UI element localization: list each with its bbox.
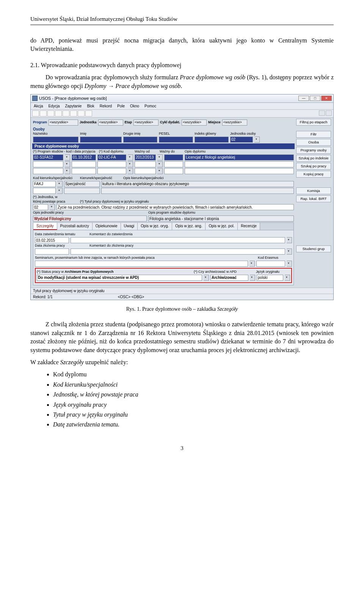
tab-opis-oryg[interactable]: Opis w jęz. oryg. [138, 223, 172, 230]
indeks-field[interactable] [195, 137, 229, 143]
picker-icon[interactable] [128, 168, 133, 174]
etap-field[interactable]: <wszystkie> [133, 120, 158, 126]
empty-field[interactable] [97, 168, 126, 174]
kod-dyplomu-field[interactable]: 02-LIC-FA [97, 154, 126, 160]
studenci-grup-button[interactable]: Studenci grup [296, 245, 331, 252]
miejsce-field[interactable]: <wszystkie> [222, 120, 247, 126]
menubar-item[interactable]: Zapytanie [65, 104, 82, 108]
picker-icon[interactable] [57, 181, 63, 187]
wazny-od-field[interactable]: 2012/2013 [135, 154, 156, 160]
tab-opis-ang[interactable]: Opis w jęz. ang. [172, 223, 206, 230]
picker-icon[interactable] [157, 154, 163, 160]
picker-icon[interactable] [57, 188, 63, 194]
kod-kier-field[interactable]: FAKJ [33, 181, 56, 187]
program-kod-field[interactable]: 02-S1FA12 [33, 154, 63, 160]
rap-birt-button[interactable]: Rap. lokal. BIRT [296, 195, 331, 202]
seminarium-field[interactable] [35, 261, 248, 267]
picker-icon[interactable] [65, 154, 70, 160]
cykl-field[interactable]: <wszystkie> [182, 120, 207, 126]
jednostka-osoby-field[interactable]: 02 [230, 137, 253, 143]
empty-field[interactable] [33, 168, 63, 174]
arch-field[interactable]: Archiwizować [210, 275, 248, 281]
erasmus-field[interactable] [256, 261, 285, 267]
menubar-item[interactable]: Edycja [48, 104, 60, 108]
tool-icon[interactable] [78, 110, 85, 116]
program-field[interactable]: <wszystkie> [49, 120, 78, 126]
tool-icon[interactable] [85, 110, 92, 116]
picker-icon[interactable] [65, 168, 70, 174]
picker-icon[interactable] [254, 137, 260, 143]
tab-uwagi[interactable]: Uwagi [121, 223, 138, 230]
empty-field[interactable] [33, 161, 63, 167]
tool-icon[interactable] [319, 110, 325, 116]
jezyk-field[interactable]: polski [257, 275, 283, 281]
tab-recenzje[interactable]: Recenzje [238, 223, 260, 230]
datazatw-field[interactable]: 03.02.2015 [35, 237, 69, 243]
picker-icon[interactable] [157, 168, 163, 174]
pesel-field[interactable] [159, 137, 193, 143]
tool-icon[interactable] [55, 110, 62, 116]
tab-autorzy[interactable]: Pozostali autorzy [57, 223, 93, 230]
wazny-do-field[interactable] [164, 154, 183, 160]
osoba-button[interactable]: Osoba [296, 139, 331, 146]
komisja-button[interactable]: Komisja [296, 187, 331, 194]
filtr-button[interactable]: Filtr [296, 131, 331, 138]
more-icon[interactable] [287, 237, 292, 243]
empty-field[interactable] [33, 188, 56, 194]
tytul-field[interactable]: Życie na przedmieściach. Obraz rodziny z… [56, 204, 294, 210]
picker-icon[interactable] [128, 154, 133, 160]
picker-icon[interactable] [250, 275, 255, 281]
tool-icon[interactable] [47, 110, 54, 116]
tool-icon[interactable] [326, 110, 332, 116]
szukaj-pracy-button[interactable]: Szukaj po pracy [296, 163, 331, 170]
empty-field[interactable] [185, 161, 294, 167]
drugie-imie-field[interactable] [123, 137, 157, 143]
jedn-kod-field[interactable]: 02 [33, 204, 48, 210]
picker-icon[interactable] [157, 161, 163, 167]
menubar-item[interactable]: Okno [130, 104, 139, 108]
picker-icon[interactable] [204, 275, 209, 281]
tool-icon[interactable] [63, 110, 69, 116]
tool-icon[interactable] [32, 110, 39, 116]
datazloz-field[interactable] [35, 249, 69, 255]
empty-field[interactable] [185, 168, 294, 174]
more-icon[interactable] [287, 249, 292, 255]
empty-field[interactable] [97, 161, 126, 167]
picker-icon[interactable] [285, 275, 290, 281]
menubar-item[interactable]: Blok [87, 104, 94, 108]
picker-icon[interactable] [65, 161, 70, 167]
opis-dyplomu-field[interactable]: Licencjat z filologii angielskiej [185, 154, 294, 160]
empty-field[interactable] [72, 161, 96, 167]
picker-icon[interactable] [128, 161, 133, 167]
picker-icon[interactable] [50, 204, 55, 210]
jednostka-field[interactable]: <wszystkie> [98, 120, 123, 126]
menubar-item[interactable]: Rekord [100, 104, 112, 108]
close-button[interactable]: ✕ [321, 96, 332, 101]
szukaj-indeks-button[interactable]: Szukaj po indeksie [296, 155, 331, 162]
empty-field[interactable] [164, 168, 183, 174]
tab-szczegoly[interactable]: Szczegóły [33, 223, 57, 230]
picker-icon[interactable] [287, 261, 292, 267]
empty-field[interactable] [164, 161, 183, 167]
tab-opiekunowie[interactable]: Opiekunowie [93, 223, 121, 230]
kopiuj-prace-button[interactable]: Kopiuj pracę [296, 171, 331, 178]
komzloz-field[interactable] [71, 249, 285, 255]
programy-osoby-button[interactable]: Programy osoby [296, 147, 331, 154]
tool-icon[interactable] [70, 110, 77, 116]
status-field[interactable]: Do modyfikacji (student ma wpisać stresz… [37, 275, 202, 281]
picker-icon[interactable] [249, 261, 255, 267]
tab-opis-pol[interactable]: Opis w jęz. pol. [206, 223, 238, 230]
data-przyjecia-field[interactable]: 01.10.2012 [72, 154, 96, 160]
tool-icon[interactable] [40, 110, 47, 116]
empty-field[interactable] [135, 168, 156, 174]
imie-field[interactable] [80, 137, 122, 143]
komzatw-field[interactable] [71, 237, 285, 243]
menubar-item[interactable]: Pole [117, 104, 125, 108]
maximize-button[interactable]: □ [310, 96, 320, 101]
menubar-item[interactable]: Pomoc [144, 104, 156, 108]
empty-field[interactable] [135, 161, 156, 167]
minimize-button[interactable]: — [298, 96, 309, 101]
empty-field[interactable] [72, 168, 96, 174]
nazwisko-field[interactable] [33, 137, 78, 143]
menubar-item[interactable]: Akcja [34, 104, 43, 108]
